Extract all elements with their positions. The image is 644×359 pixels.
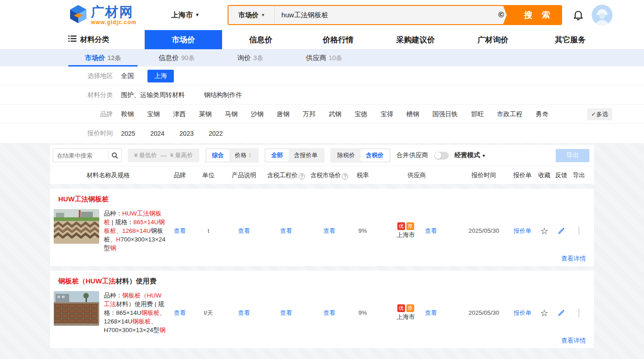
search-input[interactable] bbox=[275, 6, 492, 24]
scope-with-quote[interactable]: 含报价单 bbox=[289, 149, 323, 161]
view-detail-link[interactable]: 查看详情 bbox=[561, 337, 586, 345]
brand-option[interactable]: 唐钢 bbox=[277, 110, 289, 118]
supplier-view-link[interactable]: 查看 bbox=[425, 227, 437, 235]
brand-option[interactable]: 武钢 bbox=[329, 110, 341, 118]
export-checkbox[interactable] bbox=[578, 308, 579, 317]
brand-option[interactable]: 万邦 bbox=[303, 110, 315, 118]
search-icon[interactable] bbox=[108, 151, 122, 160]
quote-sheet-link[interactable]: 报价单 bbox=[514, 309, 532, 316]
supplier-view-link[interactable]: 查看 bbox=[425, 309, 437, 317]
nav-tab-other-services[interactable]: 其它服务 bbox=[532, 30, 609, 49]
year-option-2022[interactable]: 2022 bbox=[208, 130, 223, 137]
eng-price-view-link[interactable]: 查看 bbox=[280, 309, 292, 316]
table-row: 品种：钢板桩（HUW工法材料）使用费 | 规格：865×14U钢板桩、1268×… bbox=[50, 291, 594, 334]
filter-label: 材料分类 bbox=[68, 91, 113, 99]
supplier-cell: 优 荐 上海市 查看 bbox=[375, 222, 459, 239]
brand-option[interactable]: 马钢 bbox=[225, 110, 238, 118]
quote-sheet-link[interactable]: 报价单 bbox=[514, 227, 532, 234]
nav-tab-purchase-advice[interactable]: 采购建议价 bbox=[377, 30, 454, 49]
notification-bell-icon[interactable] bbox=[573, 10, 583, 21]
results-toolbar: ¥ 最低价—¥ 最高价 综合 价格 ▲▼ 全部 含报价单 除税价 含税价 合并供… bbox=[50, 145, 594, 166]
product-view-link[interactable]: 查看 bbox=[238, 309, 250, 316]
filter-category-row: 材料分类 围护、运输类周转材料 钢结构制作件 bbox=[0, 86, 644, 105]
brand-option[interactable]: 邯旺 bbox=[471, 110, 484, 118]
help-icon[interactable]: ? bbox=[342, 173, 348, 180]
tax-included[interactable]: 含税价 bbox=[360, 149, 389, 161]
brand-option[interactable]: 市政工程 bbox=[497, 110, 522, 118]
brand-option[interactable]: 津西 bbox=[173, 110, 186, 118]
table-header: 材料名称及规格 品牌 单位 产品说明 含税工程价? 含税市场价? 税率 供应商 … bbox=[50, 166, 594, 184]
tab-info-price[interactable]: 信息价90条 bbox=[142, 50, 211, 67]
brand-option[interactable]: 莱钢 bbox=[199, 110, 212, 118]
year-option-2024[interactable]: 2024 bbox=[150, 130, 164, 137]
brand-option[interactable]: 宝钢 bbox=[147, 110, 160, 118]
price-range-filter[interactable]: ¥ 最低价—¥ 最高价 bbox=[128, 149, 199, 162]
product-image[interactable] bbox=[54, 291, 99, 326]
view-detail-link[interactable]: 查看详情 bbox=[561, 255, 586, 263]
feedback-pencil-icon[interactable] bbox=[553, 227, 570, 235]
eng-price-view-link[interactable]: 查看 bbox=[280, 227, 292, 234]
top-bar: 广材网 www.gldjc.com 上海市 ▼ 市场价▼ © 搜 索 bbox=[0, 0, 644, 30]
brand-view-link[interactable]: 查看 bbox=[174, 227, 186, 234]
year-option-2025[interactable]: 2025 bbox=[121, 130, 135, 137]
favorite-star-icon[interactable]: ☆ bbox=[536, 226, 553, 236]
material-catalog-menu[interactable]: 材料分类 bbox=[68, 30, 145, 49]
sort-price[interactable]: 价格 ▲▼ bbox=[229, 149, 257, 161]
product-image[interactable] bbox=[54, 209, 99, 244]
site-logo[interactable]: 广材网 www.gldjc.com bbox=[68, 4, 155, 26]
brand-option[interactable]: 宝得 bbox=[380, 110, 393, 118]
logo-subtitle: www.gldjc.com bbox=[91, 20, 137, 25]
scope-toggle-group: 全部 含报价单 bbox=[264, 148, 325, 163]
product-description: 品种：HUW工法钢板桩 | 规格：865×14U钢板桩、1268×14U钢板桩、… bbox=[104, 209, 166, 252]
help-icon[interactable]: ? bbox=[299, 173, 305, 180]
multi-select-button[interactable]: ✓多选 bbox=[587, 108, 612, 120]
business-mode-dropdown[interactable]: 经营模式 ▼ bbox=[455, 151, 486, 159]
nav-tab-market-price[interactable]: 市场价 bbox=[145, 30, 222, 49]
tab-supplier[interactable]: 供应商10条 bbox=[289, 50, 359, 67]
product-title[interactable]: 钢板桩（HUW工法材料）使用费 bbox=[58, 277, 594, 286]
category-option[interactable]: 围护、运输类周转材料 bbox=[121, 91, 185, 99]
premium-badge: 优 bbox=[397, 304, 405, 312]
favorite-star-icon[interactable]: ☆ bbox=[536, 308, 553, 318]
search-button[interactable]: 搜 索 bbox=[510, 6, 561, 24]
category-option[interactable]: 钢结构制作件 bbox=[204, 91, 242, 99]
brand-view-link[interactable]: 查看 bbox=[174, 309, 186, 316]
brand-option[interactable]: 宝德 bbox=[355, 110, 367, 118]
brand-option[interactable]: 沙钢 bbox=[251, 110, 264, 118]
tab-market-price[interactable]: 市场价12条 bbox=[68, 50, 137, 67]
logo-title: 广材网 bbox=[91, 5, 137, 19]
logo-cube-icon bbox=[68, 4, 88, 26]
brand-option[interactable]: 国强日铁 bbox=[432, 110, 458, 118]
brand-option[interactable]: 槽钢 bbox=[406, 110, 419, 118]
merge-supplier-toggle[interactable] bbox=[434, 152, 449, 159]
nav-tab-price-trend[interactable]: 价格行情 bbox=[299, 30, 377, 49]
refine-search-input[interactable] bbox=[53, 152, 108, 159]
name-cell: 品种：HUW工法钢板桩 | 规格：865×14U钢板桩、1268×14U钢板桩、… bbox=[50, 209, 166, 252]
col-product: 产品说明 bbox=[223, 171, 264, 180]
year-option-2023[interactable]: 2023 bbox=[179, 130, 193, 137]
feedback-pencil-icon[interactable] bbox=[553, 309, 570, 317]
product-view-link[interactable]: 查看 bbox=[238, 227, 250, 234]
tax-excluded[interactable]: 除税价 bbox=[332, 149, 360, 161]
brand-option[interactable]: 鞍钢 bbox=[121, 110, 134, 118]
region-option-national[interactable]: 全国 bbox=[121, 72, 134, 80]
nav-tab-info-price[interactable]: 信息价 bbox=[222, 30, 299, 49]
brand-option[interactable]: 勇奇 bbox=[536, 110, 548, 118]
tax-toggle-group: 除税价 含税价 bbox=[330, 148, 390, 163]
city-selector[interactable]: 上海市 ▼ bbox=[171, 10, 199, 20]
scope-all[interactable]: 全部 bbox=[266, 149, 289, 161]
search-category-dropdown[interactable]: 市场价▼ bbox=[228, 6, 275, 24]
tab-inquiry[interactable]: 询价3条 bbox=[216, 50, 285, 67]
export-checkbox[interactable] bbox=[578, 226, 579, 235]
product-title[interactable]: HUW工法钢板桩 bbox=[58, 195, 594, 204]
filter-label: 品牌 bbox=[68, 110, 113, 118]
market-price-view-link[interactable]: 查看 bbox=[324, 309, 335, 316]
export-button[interactable]: 导出 bbox=[556, 149, 589, 162]
sort-comprehensive[interactable]: 综合 bbox=[207, 149, 229, 161]
user-avatar[interactable] bbox=[592, 5, 613, 26]
market-price-view-link[interactable]: 查看 bbox=[324, 227, 335, 234]
tax-rate: 9% bbox=[351, 227, 375, 234]
unit-value: t/天 bbox=[193, 309, 223, 317]
region-option-shanghai[interactable]: 上海 bbox=[147, 70, 174, 82]
nav-tab-inquiry[interactable]: 广材询价 bbox=[454, 30, 532, 49]
